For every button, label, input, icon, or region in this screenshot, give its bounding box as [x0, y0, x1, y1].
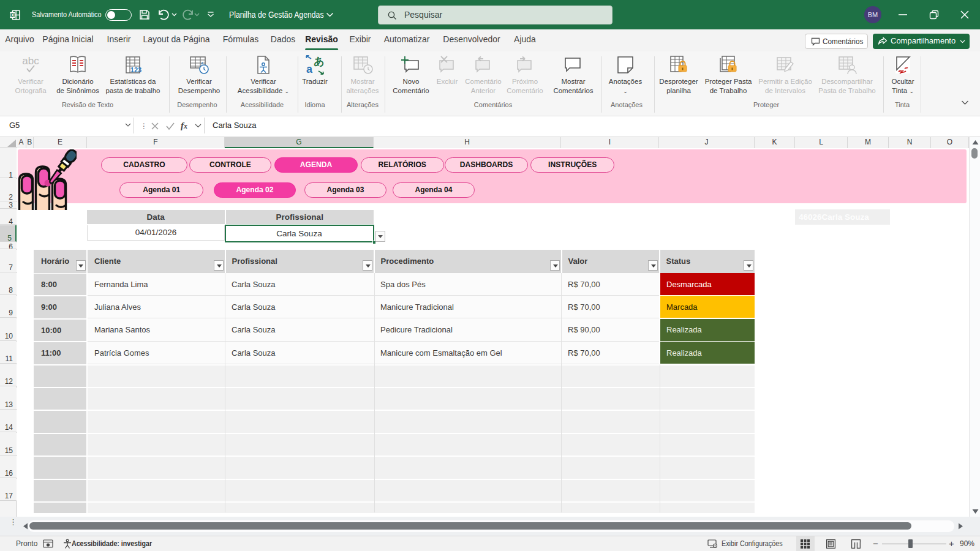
svg-text:a: a [306, 63, 313, 75]
svg-text:123: 123 [130, 66, 141, 73]
svg-text:abc: abc [22, 55, 39, 67]
svg-text:あ: あ [314, 56, 324, 67]
svg-text:x: x [11, 12, 14, 18]
